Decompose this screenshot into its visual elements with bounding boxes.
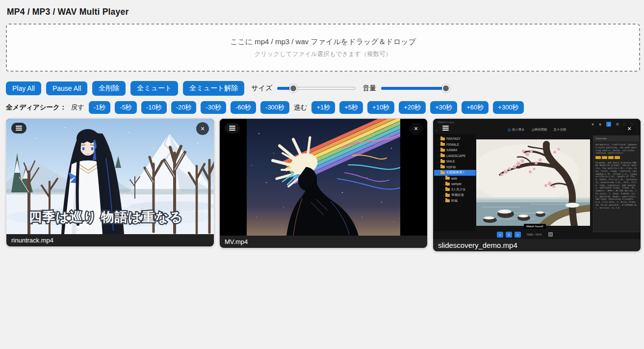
info-icon: i [606, 122, 611, 127]
seek-forward-10s-button[interactable]: +10秒 [367, 101, 394, 114]
pause-icon: || [506, 232, 512, 238]
folder-icon [445, 194, 450, 197]
folder-icon [445, 183, 450, 186]
folder-icon [445, 188, 450, 191]
volume-slider[interactable] [381, 84, 447, 92]
folder-icon [445, 199, 450, 202]
tab-item: 上映時間順 [531, 128, 547, 132]
previous-icon: « [497, 232, 503, 238]
highlight-chip [608, 156, 614, 159]
highlight-chips [593, 156, 639, 160]
video-player-slidescovery[interactable]: Slidescovery ‹ ‹ 光り輝き 上映時間順 五十音順 ♥ ★ i ⚙… [433, 119, 641, 239]
size-slider[interactable] [277, 84, 356, 92]
folder-icon [440, 154, 445, 157]
next-icon: » [515, 232, 521, 238]
card-close-button[interactable]: × [410, 122, 422, 135]
watercolor-painting [476, 139, 590, 226]
seek-back-30s-button[interactable]: -30秒 [201, 101, 226, 114]
folder-icon [440, 165, 445, 168]
seek-back-10s-button[interactable]: -10秒 [141, 101, 167, 114]
folder-row: ›NSFW [434, 164, 476, 170]
page: MP4 / MP3 / WAV Multi Player ここに mp4 / m… [0, 7, 644, 252]
unmute-all-button[interactable]: 全ミュート解除 [183, 81, 244, 96]
page-title: MP4 / MP3 / WAV Multi Player [7, 7, 640, 17]
tab-item: 五十音順 [553, 128, 566, 132]
folder-icon [440, 143, 445, 146]
mute-all-button[interactable]: 全ミュート [130, 81, 178, 96]
folder-icon [440, 160, 445, 163]
gear-icon: ⚙ [616, 122, 619, 127]
filename-bar: slidescovery_demo.mp4 [433, 239, 641, 251]
subfolder-row: ›3人美少女 [434, 187, 476, 193]
overview-panel: Overview parameters: traditional japanes… [593, 135, 640, 232]
subfolder-row: ›和風 [434, 198, 476, 204]
seek-forward-20s-button[interactable]: +20秒 [399, 101, 426, 114]
heart-icon: ♥ [592, 122, 594, 127]
seek-forward-label: 進む [294, 103, 307, 112]
folder-row: ›KAWAII [434, 147, 476, 153]
match-found-tooltip: Match found! [524, 224, 546, 229]
seek-forward-5s-button[interactable]: +5秒 [339, 101, 363, 114]
media-card-list: × [6, 118, 641, 252]
video-player-mv[interactable] [220, 119, 427, 236]
folder-row: ›MALE [434, 159, 476, 164]
seek-forward-30s-button[interactable]: +30秒 [430, 101, 457, 114]
size-slider-label: サイズ [251, 84, 272, 93]
folder-icon [440, 149, 445, 152]
file-dropzone[interactable]: ここに mp4 / mp3 / wav ファイルをドラッグ＆ドロップ クリックし… [6, 24, 640, 72]
highlight-chip [602, 156, 607, 159]
folder-row: ›LANDSCAPE [434, 153, 476, 159]
video-player-rinuntrack[interactable]: 四季は巡り 物語は重なる [6, 119, 214, 234]
pause-all-button[interactable]: Pause All [46, 81, 87, 95]
seek-back-60s-button[interactable]: -60秒 [231, 101, 256, 114]
seek-back-5s-button[interactable]: -5秒 [115, 101, 137, 114]
folder-row-selected: ›幻想芸術選 I [434, 170, 476, 176]
highlight-chip [615, 156, 620, 159]
delete-all-button[interactable]: 全削除 [92, 81, 126, 96]
volume-slider-thumb[interactable] [442, 84, 450, 92]
card-menu-button[interactable] [438, 123, 453, 134]
seek-back-20s-button[interactable]: -20秒 [171, 101, 197, 114]
tab-item: 光り輝き [508, 128, 525, 132]
overview-panel-title: Overview [593, 136, 639, 141]
image-viewer [476, 139, 590, 226]
video-frame-slidescovery-app: Slidescovery ‹ ‹ 光り輝き 上映時間順 五十音順 ♥ ★ i ⚙… [433, 119, 641, 239]
folder-row: ›FANTASY [434, 136, 476, 142]
seek-forward-300s-button[interactable]: +300秒 [493, 101, 523, 114]
media-card-mv: × [219, 118, 428, 248]
filename-bar: MV.mp4 [220, 236, 427, 248]
card-close-button[interactable]: × [623, 122, 636, 135]
seek-forward-1s-button[interactable]: +1秒 [311, 101, 335, 114]
seek-back-300s-button[interactable]: -300秒 [260, 101, 289, 114]
dropzone-main-text: ここに mp4 / mp3 / wav ファイルをドラッグ＆ドロップ [230, 37, 416, 47]
dropzone-sub-text: クリックしてファイル選択もできます（複数可） [255, 50, 391, 58]
seek-label: 全メディアシーク： [6, 103, 66, 112]
filename-bar: rinuntrack.mp4 [6, 234, 214, 246]
play-all-button[interactable]: Play All [6, 81, 41, 95]
star-icon: ★ [598, 122, 602, 127]
sort-tab-bar: 光り輝き 上映時間順 五十音順 [508, 128, 567, 132]
card-menu-button[interactable] [11, 123, 26, 134]
video-frame-snow-scene: 四季は巡り 物語は重なる [6, 119, 214, 234]
seek-bar: 全メディアシーク： 戻す -1秒 -5秒 -10秒 -20秒 -30秒 -60秒… [6, 101, 641, 114]
folder-icon [445, 177, 450, 180]
media-card-slidescovery: × Slidescovery ‹ ‹ 光り輝き 上映時間順 五十音順 ♥ ★ i… [433, 118, 641, 252]
volume-slider-label: 音量 [362, 84, 376, 93]
metadata-text: blossom, and dusty branches BREAK Negati… [593, 160, 639, 211]
metadata-text: parameters: traditional japanese-style p… [593, 141, 639, 156]
video-subtitle-text: 四季は巡り 物語は重なる [29, 210, 183, 224]
seek-forward-60s-button[interactable]: +60秒 [462, 101, 489, 114]
folder-tree: ›FANTASY ›FEMALE ›KAWAII ›LANDSCAPE ›MAL… [434, 134, 476, 231]
card-close-button[interactable]: × [196, 122, 209, 135]
volume-slider-fill [381, 87, 447, 90]
card-menu-button[interactable] [225, 123, 240, 134]
folder-icon [440, 137, 445, 140]
radio-icon [508, 129, 511, 132]
size-slider-thumb[interactable] [289, 84, 297, 92]
toolbar: Play All Pause All 全削除 全ミュート 全ミュート解除 サイズ… [6, 81, 641, 96]
shuffle-icon [548, 232, 553, 237]
subfolder-row: ›web [434, 176, 476, 182]
seek-back-label: 戻す [71, 103, 84, 112]
subfolder-row: ›幸福絵巻 [434, 192, 476, 198]
seek-back-1s-button[interactable]: -1秒 [89, 101, 111, 114]
